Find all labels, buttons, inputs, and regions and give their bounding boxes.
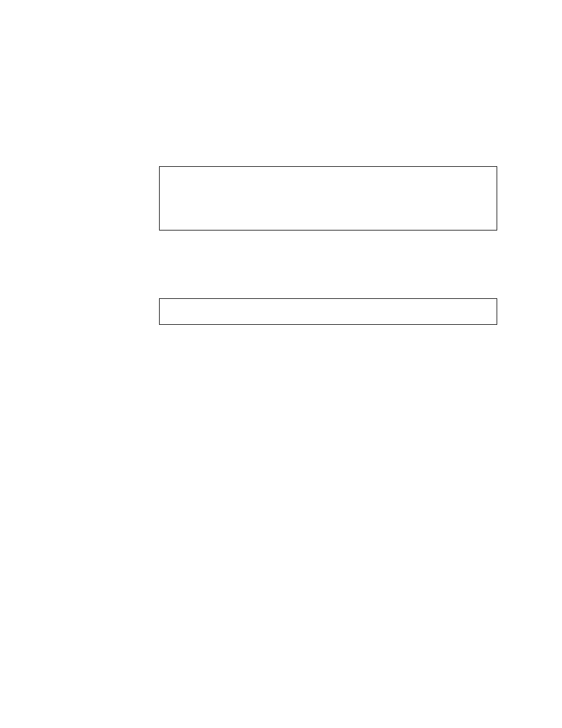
- rectangle-box-2: [159, 298, 497, 325]
- rectangle-box-1: [159, 166, 497, 230]
